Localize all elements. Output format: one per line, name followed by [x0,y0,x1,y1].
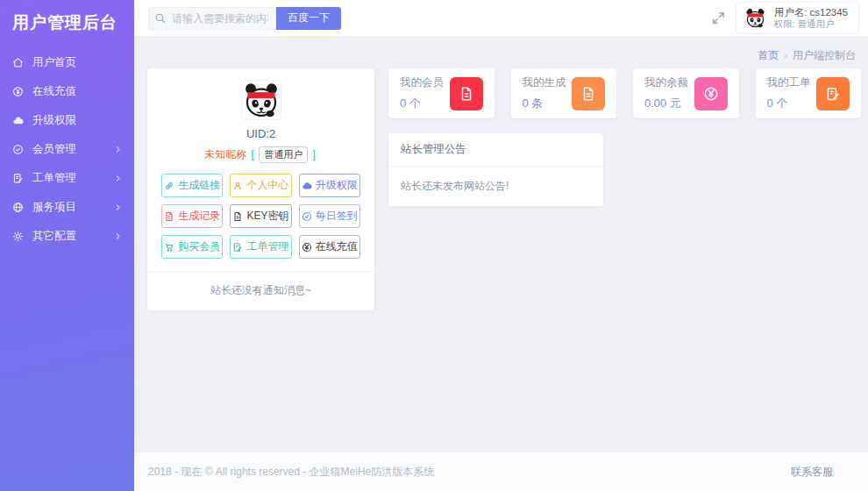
home-icon [12,57,24,68]
globe-icon [12,202,24,213]
yen-circle-icon [302,242,312,253]
stat-label: 我的工单 [767,75,811,90]
stat-value: 0.00 [644,96,666,110]
announcement-panel: 站长管理公告 站长还未发布网站公告! [388,133,603,206]
file-icon [232,211,243,222]
profile-avatar [241,80,281,120]
generate-records-button[interactable]: 生成记录 [161,204,223,228]
breadcrumb-home[interactable]: 首页 [758,48,779,63]
button-label: 在线充值 [316,239,358,254]
copyright-text: 2018 - 现在 © All rights reserved - 企业猫Mei… [148,465,434,480]
profile-actions: 生成链接 个人中心 升级权限 [161,174,360,259]
stat-value: 0 [523,96,529,110]
ticket-icon [12,173,24,184]
stats-row: 我的会员 0 个 我的生成 0 条 [388,68,861,118]
personal-center-button[interactable]: 个人中心 [230,174,291,197]
generate-link-button[interactable]: 生成链接 [161,174,223,197]
chevron-right-icon [114,203,122,211]
sidebar-item-label: 用户首页 [32,55,76,70]
stat-card-balance: 我的余额 0.00 元 [633,68,739,118]
topbar: 百度一下 用户名: cs12345 权限: 普通用户 [134,0,868,37]
cloud-icon [302,181,312,191]
bracket-close: ] [313,148,316,160]
app-title: 用户管理后台 [0,0,134,48]
sidebar-item-upgrade[interactable]: 升级权限 [0,106,134,135]
gear-icon [12,231,24,242]
search-box: 百度一下 [148,7,341,30]
button-label: 每日签到 [316,209,358,224]
stat-card-members: 我的会员 0 个 [388,68,494,118]
announcement-body: 站长还未发布网站公告! [388,167,603,206]
announcement-title: 站长管理公告 [388,133,603,167]
online-recharge-button[interactable]: 在线充值 [299,235,360,259]
stat-label: 我的生成 [523,75,566,90]
button-label: 购买会员 [178,239,220,254]
contact-support-link[interactable]: 联系客服 [791,465,833,480]
ticket-icon [232,242,243,253]
footer: 2018 - 现在 © All rights reserved - 企业猫Mei… [134,452,868,491]
bracket-open: [ [251,148,253,160]
ticket-mgmt-button[interactable]: 工单管理 [230,235,291,259]
sidebar-item-label: 升级权限 [32,113,76,128]
stat-value: 0 [400,96,406,110]
sidebar: 用户管理后台 用户首页 在线充值 升级权限 [0,0,134,491]
stat-label: 我的会员 [400,75,444,90]
check-circle-icon [302,211,312,222]
search-button[interactable]: 百度一下 [276,7,341,30]
sidebar-item-user-home[interactable]: 用户首页 [0,48,134,77]
topbar-userrole: 权限: 普通用户 [774,18,848,30]
search-icon [154,12,166,24]
stat-unit: 个 [409,96,421,110]
key-secret-button[interactable]: KEY密钥 [230,204,291,228]
button-label: 个人中心 [246,178,288,193]
sidebar-item-label: 在线充值 [32,84,76,99]
sidebar-item-services[interactable]: 服务项目 [0,193,134,222]
topbar-username: 用户名: cs12345 [774,6,848,18]
sidebar-item-online-recharge[interactable]: 在线充值 [0,77,134,106]
stat-label: 我的余额 [644,75,688,90]
sidebar-item-other-config[interactable]: 其它配置 [0,222,134,251]
sidebar-item-label: 其它配置 [32,229,76,244]
breadcrumb-separator: › [784,50,787,60]
profile-nickname: 未知昵称 [204,148,246,160]
sidebar-item-ticket-mgmt[interactable]: 工单管理 [0,164,134,193]
file-icon [164,211,174,222]
sidebar-menu: 用户首页 在线充值 升级权限 会员管理 [0,48,134,251]
user-avatar [743,6,767,30]
search-input[interactable] [148,7,276,30]
breadcrumb-current: 用户端控制台 [793,48,856,63]
yen-circle-icon [694,77,728,110]
chevron-right-icon [114,232,122,240]
stat-unit: 个 [776,96,787,110]
link-icon [164,181,174,191]
chevron-right-icon [114,174,122,182]
profile-nickname-row: 未知昵称 [ 普通用户 ] [161,146,360,163]
user-icon [232,181,243,191]
profile-card: UID:2 未知昵称 [ 普通用户 ] 生成链接 [147,68,374,310]
file-icon [572,77,605,110]
sidebar-item-label: 工单管理 [32,171,76,186]
stat-value: 0 [767,96,773,110]
sidebar-item-label: 服务项目 [32,200,76,215]
daily-checkin-button[interactable]: 每日签到 [299,204,360,228]
button-label: 工单管理 [246,239,288,254]
button-label: 升级权限 [316,178,358,193]
buy-member-button[interactable]: 购买会员 [161,235,223,259]
button-label: KEY密钥 [246,209,288,224]
fullscreen-icon[interactable] [712,11,725,25]
stat-card-tickets: 我的工单 0 个 [756,68,862,118]
cloud-icon [12,115,24,126]
stat-unit: 元 [670,96,681,110]
user-menu[interactable]: 用户名: cs12345 权限: 普通用户 [736,2,859,35]
yen-circle-icon [12,86,24,97]
upgrade-permission-button[interactable]: 升级权限 [299,174,360,197]
ticket-icon [816,77,850,110]
role-badge: 普通用户 [259,146,308,163]
cart-icon [164,242,174,253]
sidebar-item-member-mgmt[interactable]: 会员管理 [0,135,134,164]
profile-notice: 站长还没有通知消息~ [161,272,360,310]
app-window: 用户管理后台 用户首页 在线充值 升级权限 [0,0,868,491]
chevron-right-icon [114,146,122,153]
breadcrumb: 首页 › 用户端控制台 [147,44,861,67]
button-label: 生成链接 [178,178,220,193]
